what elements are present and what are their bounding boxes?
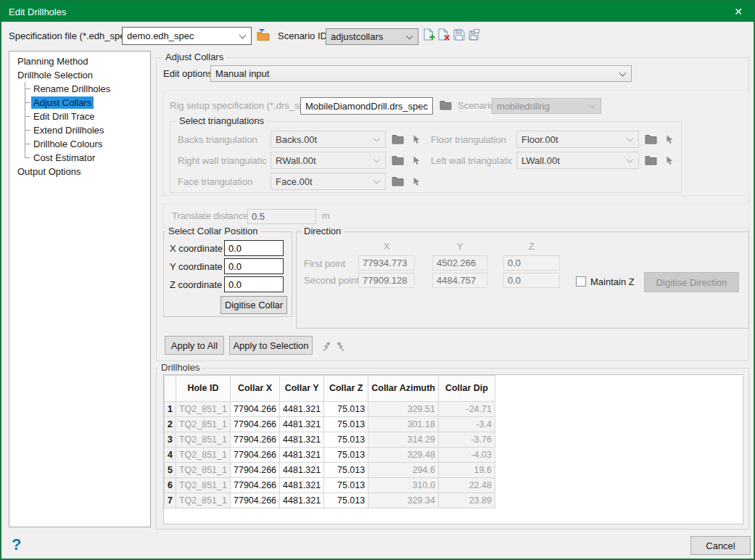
- cell-collar-z[interactable]: 75.013: [324, 402, 368, 417]
- triangulation-value: Face.00t: [276, 176, 313, 187]
- chevron-down-icon: [627, 135, 634, 142]
- sidebar-item-edit-drill-trace[interactable]: Edit Drill Trace: [9, 110, 150, 123]
- translate-distance-input: 0.5: [247, 209, 316, 224]
- apply-to-selection-button[interactable]: Apply to Selection: [229, 336, 313, 355]
- triangulations-group: Select triangulations Backs triangulatio…: [170, 121, 682, 193]
- cell-collar-x[interactable]: 77904.266: [230, 417, 279, 432]
- table-row: 7TQ2_851_177904.2664481.32175.013329.342…: [165, 493, 495, 508]
- row-number-cell[interactable]: 7: [165, 493, 176, 508]
- column-header-collar-y[interactable]: Collar Y: [280, 376, 324, 402]
- cell-collar-dip: -3.4: [438, 417, 495, 432]
- triangulation-field-right-wall-triangulation: Right wall triangulationRWall.00t: [178, 152, 424, 169]
- cell-collar-z[interactable]: 75.013: [324, 417, 368, 432]
- row-number-cell[interactable]: 2: [165, 417, 176, 432]
- cell-collar-x[interactable]: 77904.266: [230, 448, 279, 463]
- row-number-cell[interactable]: 4: [165, 448, 176, 463]
- save-scenario-button[interactable]: [452, 28, 466, 42]
- sidebar-item-drillhole-colours[interactable]: Drillhole Colours: [9, 137, 150, 151]
- corner-cell: [165, 376, 176, 402]
- save-icon: [453, 29, 465, 41]
- second-point-y-input: 4484.757: [432, 273, 487, 288]
- cell-collar-y[interactable]: 4481.321: [280, 402, 324, 417]
- delete-scenario-button[interactable]: [437, 28, 451, 42]
- cell-collar-azimuth: 294.6: [368, 463, 439, 478]
- triangulation-combobox: RWall.00t: [271, 152, 386, 169]
- browse-spec-file-button[interactable]: [256, 28, 271, 42]
- maintain-z-label: Maintain Z: [590, 276, 635, 287]
- apply-to-all-button[interactable]: Apply to All: [165, 336, 224, 355]
- cell-collar-y[interactable]: 4481.321: [280, 463, 324, 478]
- cell-collar-y[interactable]: 4481.321: [280, 478, 324, 493]
- direction-col-header-z: Z: [503, 241, 560, 252]
- save-scenario-as-button[interactable]: [466, 28, 481, 42]
- direction-group-title: Direction: [301, 226, 344, 236]
- digitise-collar-button[interactable]: Digitise Collar: [220, 296, 287, 314]
- cell-collar-z[interactable]: 75.013: [324, 478, 368, 493]
- x-coordinate-label: X coordinate: [170, 243, 223, 254]
- z-coordinate-input[interactable]: 0.0: [224, 276, 284, 292]
- sidebar-item-adjust-collars[interactable]: Adjust Collars: [9, 96, 150, 110]
- cell-collar-x[interactable]: 77904.266: [230, 432, 279, 448]
- row-number-cell[interactable]: 3: [165, 432, 176, 448]
- rig-setup-combobox: MobileDiamondDrill.drs_spec: [300, 97, 433, 115]
- table-row: 3TQ2_851_177904.2664481.32175.013314.29-…: [165, 432, 495, 448]
- column-header-collar-dip[interactable]: Collar Dip: [438, 376, 495, 402]
- column-header-hole-id[interactable]: Hole ID: [176, 376, 230, 402]
- window-title: Edit Drillholes: [1, 7, 66, 17]
- close-icon[interactable]: ✕: [726, 1, 751, 22]
- cell-collar-dip: 19.6: [438, 463, 495, 478]
- cell-collar-z[interactable]: 75.013: [324, 463, 368, 478]
- help-icon[interactable]: ?: [12, 535, 21, 554]
- triangulations-group-title: Select triangulations: [176, 115, 267, 126]
- scenario-combobox[interactable]: adjustcollars: [326, 28, 418, 45]
- cell-collar-x[interactable]: 77904.266: [230, 478, 279, 493]
- cancel-button[interactable]: Cancel: [690, 536, 751, 555]
- column-header-collar-azimuth[interactable]: Collar Azimuth: [368, 376, 439, 402]
- triangulation-browse-button: [643, 132, 658, 147]
- sidebar-item-label: Cost Estimator: [31, 152, 97, 164]
- triangulation-grid: Backs triangulationBacks.00tFloor triang…: [178, 131, 677, 190]
- spec-file-label: Specification file (*.edh_spec): [9, 30, 133, 41]
- column-header-collar-x[interactable]: Collar X: [230, 376, 279, 402]
- cell-collar-x[interactable]: 77904.266: [230, 493, 279, 508]
- cell-collar-y[interactable]: 4481.321: [280, 493, 324, 508]
- cell-collar-z[interactable]: 75.013: [324, 493, 368, 508]
- drillholes-table-viewport[interactable]: Hole IDCollar XCollar YCollar ZCollar Az…: [163, 374, 743, 524]
- direction-col-header-x: X: [358, 241, 415, 252]
- maintain-z-checkbox[interactable]: [576, 276, 586, 287]
- sidebar-item-cost-estimator[interactable]: Cost Estimator: [9, 151, 150, 165]
- row-number-cell[interactable]: 1: [165, 402, 176, 417]
- sidebar-item-output-options[interactable]: Output Options: [9, 165, 150, 178]
- sidebar-item-extend-drillholes[interactable]: Extend Drillholes: [9, 123, 150, 137]
- z-coordinate-label: Z coordinate: [170, 279, 222, 290]
- cell-collar-x[interactable]: 77904.266: [230, 402, 279, 417]
- cell-hole-id: TQ2_851_1: [176, 493, 230, 508]
- edit-options-value: Manual input: [215, 68, 269, 79]
- edit-options-combobox[interactable]: Manual input: [210, 65, 632, 82]
- y-coordinate-input[interactable]: 0.0: [224, 258, 284, 274]
- spec-file-combobox[interactable]: demo.edh_spec: [122, 27, 252, 45]
- adjust-collars-group-title: Adjust Collars: [162, 52, 226, 62]
- triangulation-pick-button: [662, 132, 677, 147]
- cell-collar-z[interactable]: 75.013: [324, 448, 368, 463]
- row-number-cell[interactable]: 6: [165, 478, 176, 493]
- collar-position-group-title: Select Collar Position: [165, 226, 261, 236]
- cell-collar-y[interactable]: 4481.321: [280, 432, 324, 448]
- sidebar-item-rename-drillholes[interactable]: Rename Drillholes: [9, 82, 150, 96]
- new-scenario-button[interactable]: [422, 28, 437, 42]
- cell-collar-z[interactable]: 75.013: [324, 432, 368, 448]
- sidebar-item-planning-method[interactable]: Planning Method: [9, 54, 150, 68]
- translate-panel: Translate distance 0.5 m: [163, 204, 749, 228]
- row-number-cell[interactable]: 5: [165, 463, 176, 478]
- column-header-collar-z[interactable]: Collar Z: [324, 376, 368, 402]
- triangulation-combobox: Face.00t: [271, 173, 386, 190]
- table-row: 2TQ2_851_177904.2664481.32175.013301.18-…: [165, 417, 495, 432]
- cell-collar-y[interactable]: 4481.321: [280, 448, 324, 463]
- cell-collar-x[interactable]: 77904.266: [230, 463, 279, 478]
- x-coordinate-input[interactable]: 0.0: [224, 240, 284, 256]
- sidebar-item-drillhole-selection[interactable]: Drillhole Selection: [9, 68, 150, 82]
- cell-collar-y[interactable]: 4481.321: [280, 417, 324, 432]
- cell-collar-dip: -4.03: [438, 448, 495, 463]
- cell-collar-azimuth: 301.18: [368, 417, 439, 432]
- triangulation-pick-button: [409, 132, 424, 147]
